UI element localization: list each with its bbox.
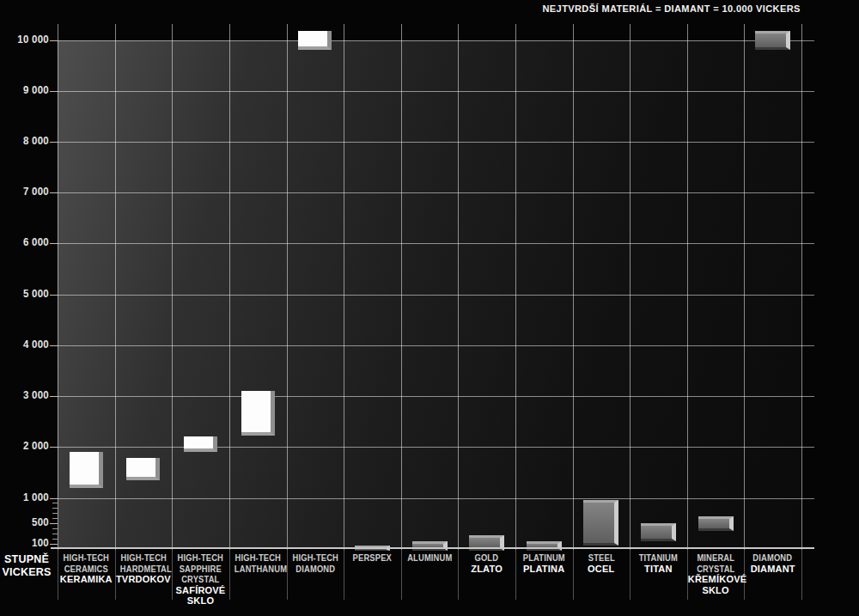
category-sublabel-line: TITAN xyxy=(631,564,686,575)
category-label-line: DIAMOND xyxy=(291,564,338,575)
category-label-titanium: TITANIUMTITAN xyxy=(631,552,686,574)
category-label-line: PLATINUM xyxy=(521,552,568,564)
y-axis-title: STUPNĚ VICKERS xyxy=(0,553,53,579)
v-gridline xyxy=(401,24,402,550)
category-sublabel-line: DIAMANT xyxy=(745,564,801,575)
category-label-line: MINERAL xyxy=(692,552,740,564)
v-gridline xyxy=(515,24,516,550)
v-gridline xyxy=(801,24,802,550)
h-gridline xyxy=(58,447,814,448)
h-gridline xyxy=(58,142,814,143)
y-tick-label: 1 000 xyxy=(8,491,49,503)
bar-diamond xyxy=(755,31,790,49)
hardness-chart: NEJTVRDŠÍ MATERIÁL = DIAMANT = 10.000 VI… xyxy=(0,0,859,616)
category-label-perspex: PERSPEX xyxy=(344,552,400,564)
h-gridline xyxy=(58,192,814,193)
v-gridline xyxy=(458,24,459,550)
y-tick xyxy=(50,544,58,545)
category-sublabel-line: SAFÍROVÉ xyxy=(173,585,228,596)
v-gridline xyxy=(287,24,288,550)
y-tick xyxy=(50,345,58,346)
v-gridline xyxy=(115,24,116,550)
bar-high-tech-hardmetal xyxy=(126,458,160,480)
h-gridline xyxy=(58,396,814,397)
y-tick xyxy=(50,192,58,193)
category-label-high-tech-sapphire: HIGH-TECHSAPPHIRECRYSTALSAFÍROVÉSKLO xyxy=(173,552,228,607)
h-gridline xyxy=(58,243,814,244)
category-label-line: GOLD xyxy=(463,552,510,564)
chart-title: NEJTVRDŠÍ MATERIÁL = DIAMANT = 10.000 VI… xyxy=(543,3,801,14)
category-label-high-tech-hardmetal: HIGH-TECHHARDMETALTVRDOKOV xyxy=(116,552,172,585)
v-gridline xyxy=(344,24,344,550)
category-label-aluminum: ALUMINUM xyxy=(402,552,458,564)
category-label-line: CRYSTAL xyxy=(692,564,740,575)
category-label-line: HIGH-TECH xyxy=(291,552,338,564)
y-tick-label: 9 000 xyxy=(8,83,49,96)
category-sublabel-line: KERAMIKA xyxy=(58,574,114,585)
bar-aluminum xyxy=(412,541,448,551)
bar-high-tech-sapphire xyxy=(184,436,217,452)
v-gridline xyxy=(744,24,745,550)
category-label-line: HIGH-TECH xyxy=(119,552,167,564)
category-label-line: ALUMINUM xyxy=(406,552,454,564)
v-gridline xyxy=(573,24,574,550)
x-axis-line xyxy=(51,547,814,549)
y-tick xyxy=(50,447,58,448)
category-label-high-tech-lanthanum: HIGH-TECHLANTHANUM xyxy=(230,552,286,574)
y-minor-tick xyxy=(52,518,58,519)
h-gridline xyxy=(58,345,814,346)
y-minor-tick xyxy=(52,503,58,503)
category-label-platinum: PLATINUMPLATINA xyxy=(516,552,572,574)
y-tick-label: 4 000 xyxy=(8,338,49,351)
category-label-mineral-crystal: MINERALCRYSTALKŘEMÍKOVÉSKLO xyxy=(688,552,744,595)
category-label-high-tech-ceramics: HIGH-TECHCERAMICSKERAMIKA xyxy=(58,552,114,585)
category-sublabel-line: ZLATO xyxy=(459,564,515,575)
y-tick xyxy=(50,396,58,397)
category-sublabel-line: TVRDOKOV xyxy=(116,574,172,585)
h-gridline xyxy=(58,498,814,499)
y-tick-label: 8 000 xyxy=(8,134,49,147)
y-minor-tick xyxy=(52,534,58,534)
category-label-line: CERAMICS xyxy=(63,564,110,575)
v-gridline xyxy=(58,24,58,550)
v-gridline xyxy=(172,24,173,550)
category-label-line: HIGH-TECH xyxy=(177,552,224,564)
y-tick-label: 5 000 xyxy=(8,287,49,300)
bar-platinum xyxy=(527,541,562,551)
y-tick-label: 2 000 xyxy=(8,439,49,452)
bar-steel xyxy=(583,500,618,546)
y-tick xyxy=(50,142,58,143)
y-minor-tick xyxy=(52,539,58,540)
category-label-steel: STEELOCEL xyxy=(574,552,630,574)
y-tick xyxy=(50,243,58,244)
category-label-line: LANTHANUM xyxy=(235,564,282,575)
y-tick xyxy=(50,40,58,41)
y-tick xyxy=(50,523,58,524)
category-label-line: TITANIUM xyxy=(635,552,682,564)
h-gridline xyxy=(58,295,814,296)
category-label-gold: GOLDZLATO xyxy=(459,552,515,574)
y-tick-label: 10 000 xyxy=(8,33,49,46)
category-sublabel-line: SKLO xyxy=(688,585,744,596)
y-tick-label: 500 xyxy=(8,515,49,528)
bar-mineral-crystal xyxy=(698,516,734,531)
category-label-diamond: DIAMONDDIAMANT xyxy=(745,552,801,574)
category-sublabel-line: SKLO xyxy=(173,595,228,607)
category-label-line: HIGH-TECH xyxy=(63,552,110,564)
category-sublabel-line: KŘEMÍKOVÉ xyxy=(688,574,744,585)
y-tick xyxy=(50,295,58,296)
y-tick-label: 3 000 xyxy=(8,388,49,401)
y-minor-tick xyxy=(52,513,58,514)
category-label-line: HARDMETAL xyxy=(119,564,167,575)
bar-high-tech-ceramics xyxy=(70,452,103,488)
v-gridline xyxy=(687,24,688,550)
category-sublabel-line: PLATINA xyxy=(516,564,572,575)
h-gridline xyxy=(58,91,814,92)
y-tick-label: 100 xyxy=(8,536,49,549)
y-tick xyxy=(50,91,58,92)
category-label-line: STEEL xyxy=(577,552,624,564)
v-gridline xyxy=(229,24,230,550)
category-sublabel-line: OCEL xyxy=(574,564,630,575)
category-label-line: SAPPHIRE xyxy=(177,564,224,575)
h-gridline xyxy=(58,40,814,41)
